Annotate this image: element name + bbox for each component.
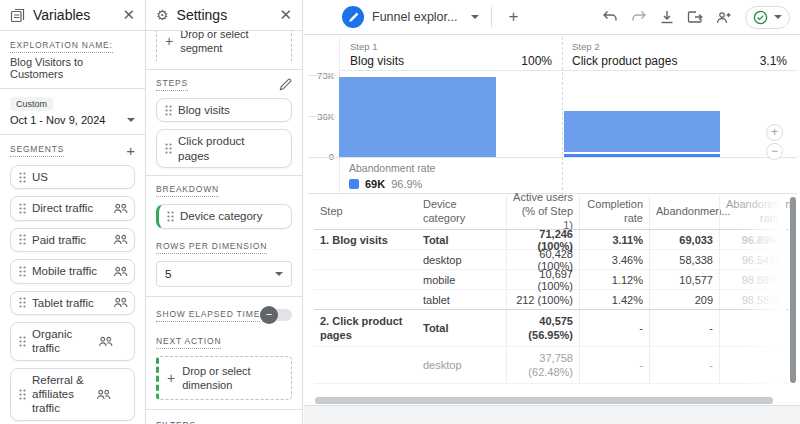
step-1-caption: Step 1 xyxy=(350,41,552,52)
drag-handle-icon[interactable] xyxy=(165,105,172,116)
col-active-users: Active users (% of Step 1) xyxy=(506,195,579,229)
table-row[interactable]: desktop 37,758 (62.48%) - - xyxy=(314,347,788,384)
close-settings-icon[interactable]: ✕ xyxy=(279,6,292,24)
add-segment-icon[interactable]: + xyxy=(126,143,135,158)
chevron-down-icon xyxy=(127,118,135,122)
segment-chip-direct-traffic[interactable]: Direct traffic xyxy=(10,196,135,220)
date-type-badge: Custom xyxy=(10,97,53,111)
rows-per-dimension-select[interactable]: 5 xyxy=(156,261,292,287)
redo-icon[interactable] xyxy=(631,10,647,24)
breakdown-value: Device category xyxy=(180,209,285,223)
table-header-row: Step Device category Active users (% of … xyxy=(314,195,788,230)
step-2-percent: 3.1% xyxy=(760,54,787,68)
drag-handle-icon[interactable] xyxy=(19,172,26,183)
step-chip-blog-visits[interactable]: Blog visits xyxy=(156,98,292,122)
date-range-selector[interactable]: Oct 1 - Nov 9, 2024 xyxy=(0,114,145,134)
drag-handle-icon[interactable] xyxy=(167,211,174,222)
segment-label: US xyxy=(32,170,128,184)
abandonment-rate: 96.9% xyxy=(391,178,422,190)
col-device-category: Device category xyxy=(417,196,506,228)
rows-per-dimension-label: ROWS PER DIMENSION xyxy=(156,241,267,254)
tab-funnel-exploration[interactable]: Funnel explor... xyxy=(334,0,491,34)
export-icon[interactable] xyxy=(687,10,703,24)
add-tab-button[interactable]: + xyxy=(508,7,518,27)
step-1-header: Step 1 Blog visits 100% xyxy=(340,37,562,70)
step-label: Click product pages xyxy=(178,134,258,163)
funnel-exploration-canvas: 73K 36K 0 Step 1 Blog visits 100% Step 2… xyxy=(304,35,800,405)
audience-icon xyxy=(113,203,128,214)
segment-chip-tablet-traffic[interactable]: Tablet traffic xyxy=(10,291,135,315)
table-row[interactable]: mobile 10,697 (100%) 1.12% 10,577 98.88% xyxy=(314,270,788,290)
saved-check-icon xyxy=(753,10,768,25)
segment-chip-organic-traffic[interactable]: Organic traffic xyxy=(10,322,135,361)
chevron-down-icon xyxy=(275,272,283,276)
step-2-caption: Step 2 xyxy=(572,41,787,52)
audience-icon xyxy=(113,297,128,308)
funnel-bar-step-1[interactable] xyxy=(339,77,496,157)
table-row[interactable]: 2. Click product pages Total 40,575 (56.… xyxy=(314,310,788,347)
segment-label: Mobile traffic xyxy=(32,264,107,278)
chevron-down-icon xyxy=(471,15,479,19)
zoom-in-button[interactable]: + xyxy=(766,124,783,141)
drag-handle-icon[interactable] xyxy=(19,389,26,400)
abandonment-legend: Abandonment rate 69K 96.9% xyxy=(349,162,435,190)
show-elapsed-time-toggle[interactable]: − xyxy=(262,309,292,321)
next-action-label: NEXT ACTION xyxy=(156,336,221,349)
audience-icon xyxy=(113,234,128,245)
next-action-drop-text: Drop or select dimension xyxy=(182,364,274,393)
table-row[interactable]: tablet 212 (100%) 1.42% 209 98.58% xyxy=(314,290,788,310)
funnel-data-table: Step Device category Active users (% of … xyxy=(314,195,788,384)
step-2-name: Click product pages xyxy=(572,54,677,68)
drag-handle-icon[interactable] xyxy=(19,266,26,277)
segment-label: Referral & affiliates traffic xyxy=(32,373,90,416)
segment-chip-paid-traffic[interactable]: Paid traffic xyxy=(10,228,135,252)
next-action-drop-target[interactable]: + Drop or select dimension xyxy=(156,356,292,401)
rows-per-dimension-value: 5 xyxy=(165,268,171,280)
horizontal-scrollbar[interactable] xyxy=(315,397,773,404)
legend-swatch xyxy=(349,179,359,189)
segment-drop-target[interactable]: + Drop or select segment xyxy=(156,31,292,61)
audience-icon xyxy=(113,266,128,277)
plus-icon: + xyxy=(165,32,173,50)
share-users-icon[interactable] xyxy=(716,11,732,24)
zoom-out-button[interactable]: − xyxy=(766,143,783,160)
exploration-name[interactable]: Blog Visitors to Customers xyxy=(0,53,145,88)
segments-label: SEGMENTS xyxy=(10,144,64,157)
drag-handle-icon[interactable] xyxy=(19,336,26,347)
segment-label: Tablet traffic xyxy=(32,296,107,310)
segment-label: Direct traffic xyxy=(32,201,107,215)
breakdown-chip-device-category[interactable]: Device category xyxy=(156,204,292,228)
download-icon[interactable] xyxy=(660,10,674,24)
plus-icon: + xyxy=(167,369,175,387)
col-abandonments: Abandonmen... xyxy=(649,195,719,229)
step-chip-click-product-pages[interactable]: Click product pages xyxy=(156,129,292,168)
col-step: Step xyxy=(314,203,417,221)
segment-chip-mobile-traffic[interactable]: Mobile traffic xyxy=(10,259,135,283)
main-canvas: Funnel explor... + xyxy=(304,0,800,424)
date-range-value: Oct 1 - Nov 9, 2024 xyxy=(10,114,105,126)
gear-icon: ⚙ xyxy=(156,7,169,23)
col-abandonment-rate: Abandonment rate xyxy=(719,195,785,229)
close-variables-icon[interactable]: ✕ xyxy=(122,6,135,24)
funnel-bar-step-2[interactable] xyxy=(564,111,720,152)
variables-title: Variables xyxy=(33,7,90,23)
toggle-knob: − xyxy=(260,306,278,324)
audience-icon xyxy=(96,389,111,400)
segment-chip-us[interactable]: US xyxy=(10,165,135,189)
drag-handle-icon[interactable] xyxy=(19,234,26,245)
segment-chip-referral-traffic[interactable]: Referral & affiliates traffic xyxy=(10,368,135,421)
breakdown-label: BREAKDOWN xyxy=(156,184,219,197)
drag-handle-icon[interactable] xyxy=(165,143,172,154)
vertical-scrollbar[interactable] xyxy=(790,197,796,383)
saved-status-button[interactable] xyxy=(745,6,790,29)
edit-steps-icon[interactable] xyxy=(279,78,292,91)
tab-bar: Funnel explor... + xyxy=(304,0,800,35)
col-completion-rate: Completion rate xyxy=(579,195,649,229)
drag-handle-icon[interactable] xyxy=(19,297,26,308)
canvas-background xyxy=(304,405,800,424)
undo-icon[interactable] xyxy=(602,10,618,24)
segment-label: Organic traffic xyxy=(32,327,92,356)
edit-pencil-icon xyxy=(342,6,364,28)
drag-handle-icon[interactable] xyxy=(19,203,26,214)
tab-label: Funnel explor... xyxy=(372,10,457,24)
